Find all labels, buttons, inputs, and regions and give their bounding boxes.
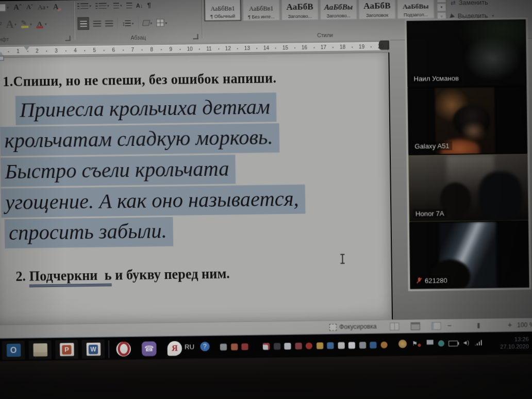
tray-icon[interactable] bbox=[263, 343, 270, 350]
tray-icon[interactable] bbox=[295, 343, 302, 350]
video-tile[interactable]: Наил Усманов bbox=[407, 19, 526, 87]
word-window: ▾ ▾ ▾ ▾ ▾ рифт ▾ ▾ ▾ bbox=[0, 0, 532, 399]
ruler-number: 13 bbox=[238, 44, 257, 53]
style-card-heading2[interactable]: АаБбВы Заголово... bbox=[320, 0, 357, 20]
battery-icon[interactable] bbox=[448, 341, 458, 346]
powerpoint-button[interactable] bbox=[55, 340, 78, 359]
network-signal-icon[interactable] bbox=[475, 339, 483, 345]
align-icon bbox=[80, 21, 87, 26]
network-warning-icon[interactable] bbox=[412, 340, 420, 347]
tray-icon[interactable] bbox=[338, 342, 344, 349]
tray-icon[interactable] bbox=[398, 340, 407, 348]
grow-font-icon[interactable] bbox=[13, 3, 22, 12]
zoom-in-button[interactable]: + bbox=[508, 321, 512, 329]
outlook-button[interactable] bbox=[2, 341, 25, 360]
language-indicator[interactable]: RU bbox=[185, 343, 194, 351]
font-size-combo[interactable]: ▾ bbox=[0, 4, 9, 11]
left-margin-marker[interactable] bbox=[0, 56, 4, 60]
tray-icon[interactable] bbox=[380, 341, 387, 348]
powerpoint-icon bbox=[60, 343, 74, 356]
tray-icon[interactable] bbox=[252, 343, 259, 350]
zoom-slider[interactable] bbox=[456, 325, 504, 326]
show-marks-icon[interactable] bbox=[147, 1, 151, 9]
style-card-subtitle[interactable]: АаБбВы Подзагол... bbox=[397, 0, 434, 19]
divider bbox=[117, 18, 118, 29]
tray-icon[interactable] bbox=[284, 343, 291, 350]
yandex-button[interactable] bbox=[163, 339, 186, 357]
styles-scroll: ▴ ▾ ▿ bbox=[437, 0, 446, 21]
line-spacing-button[interactable]: ▾ bbox=[122, 19, 134, 27]
style-sample: АаБбВ bbox=[363, 1, 391, 11]
chevron-up-icon[interactable]: ˆ bbox=[525, 15, 527, 22]
left-indent-marker[interactable] bbox=[0, 52, 3, 55]
change-case-button[interactable]: ▾ bbox=[38, 3, 48, 11]
styles-scroll-down-icon[interactable]: ▾ bbox=[437, 3, 446, 11]
tray-icon[interactable] bbox=[438, 340, 444, 346]
style-card-title[interactable]: АаБбВ Заголовок bbox=[358, 0, 395, 20]
align-right-button[interactable] bbox=[105, 20, 113, 26]
video-tile[interactable]: Galaxy A51 bbox=[408, 87, 527, 155]
dialog-launcher-icon[interactable] bbox=[65, 36, 70, 41]
borders-icon bbox=[156, 19, 164, 26]
notes-button[interactable] bbox=[28, 340, 52, 360]
highlight-button[interactable]: ▾ bbox=[21, 20, 32, 27]
taskbar-clock[interactable]: 13:26 27.10.2020 bbox=[500, 336, 529, 351]
read-mode-button[interactable] bbox=[390, 323, 399, 330]
multilevel-list-button[interactable]: ▾ bbox=[113, 3, 122, 8]
align-justify-selected-button[interactable] bbox=[77, 17, 89, 30]
video-tile[interactable]: 621280 bbox=[409, 221, 529, 289]
font-color-button[interactable]: ▾ bbox=[37, 20, 47, 28]
numbering-button[interactable]: ▾ bbox=[95, 3, 109, 9]
tray-icon[interactable] bbox=[241, 343, 248, 350]
align-center-button[interactable] bbox=[93, 21, 101, 26]
font-size-box[interactable] bbox=[0, 4, 6, 11]
decrease-indent-button[interactable] bbox=[126, 3, 132, 8]
tray-icon[interactable] bbox=[306, 342, 312, 349]
sort-icon[interactable] bbox=[136, 2, 143, 8]
zoom-slider-thumb[interactable] bbox=[477, 323, 479, 328]
style-card-normal[interactable]: АаБбВв1 ¶ Обычный bbox=[204, 0, 241, 22]
style-sample: АаБбВв1 bbox=[210, 5, 235, 13]
style-sample: АаБбВы bbox=[403, 3, 428, 11]
document-page[interactable]: 1.Спиши, но не спеши, без ошибок напиши.… bbox=[0, 53, 392, 325]
focus-mode-button[interactable]: Фокусировка bbox=[329, 323, 377, 330]
video-conference-panel: ˆ Наил Усманов Galaxy A51 Honor 7A bbox=[405, 17, 531, 291]
clear-formatting-icon[interactable] bbox=[53, 3, 58, 11]
speaker-icon[interactable] bbox=[462, 339, 469, 345]
borders-button[interactable]: ▾ bbox=[156, 19, 167, 26]
shrink-font-icon[interactable] bbox=[26, 3, 33, 11]
print-layout-button[interactable] bbox=[411, 322, 420, 330]
system-tray bbox=[220, 341, 387, 350]
tray-icon[interactable] bbox=[359, 342, 365, 348]
video-tile-active-speaker[interactable]: Honor 7A bbox=[408, 154, 528, 222]
tray-icon[interactable] bbox=[370, 342, 376, 348]
replace-icon bbox=[450, 0, 455, 7]
tray-icon[interactable] bbox=[230, 343, 237, 350]
web-layout-button[interactable] bbox=[431, 322, 441, 330]
ruler-number: 2 bbox=[27, 47, 46, 55]
ruler-number: 6 bbox=[104, 46, 123, 54]
style-card-no-spacing[interactable]: АаБбВв1 ¶ Без инте... bbox=[243, 0, 280, 21]
opera-button[interactable] bbox=[112, 340, 135, 358]
style-card-heading1[interactable]: АаБбВ Заголово... bbox=[281, 0, 318, 21]
task2-underlined-text: Подчеркни ь bbox=[29, 268, 111, 288]
text-effects-button[interactable]: ▾ bbox=[6, 18, 17, 30]
styles-scroll-up-icon[interactable]: ▴ bbox=[437, 0, 446, 3]
first-line-indent-marker[interactable] bbox=[24, 47, 29, 51]
zoom-out-button[interactable]: − bbox=[447, 321, 451, 329]
bullets-button[interactable]: ▾ bbox=[77, 3, 91, 9]
help-tray-icon[interactable] bbox=[200, 342, 209, 351]
replace-button[interactable]: Заменить bbox=[450, 0, 488, 7]
word-button[interactable] bbox=[81, 339, 105, 359]
shading-button[interactable]: ▾ bbox=[142, 20, 152, 25]
superscript-icon[interactable] bbox=[0, 21, 2, 28]
tray-icon[interactable] bbox=[273, 343, 280, 350]
tray-icon[interactable] bbox=[316, 342, 323, 349]
tray-icon[interactable] bbox=[220, 344, 227, 351]
dialog-launcher-icon[interactable] bbox=[193, 34, 198, 39]
zoom-level[interactable]: 100 % bbox=[517, 321, 532, 329]
tray-icon[interactable] bbox=[327, 342, 334, 349]
tray-icon[interactable] bbox=[348, 342, 355, 348]
action-center-flag-icon[interactable] bbox=[426, 340, 433, 346]
viber-button[interactable] bbox=[138, 339, 160, 358]
